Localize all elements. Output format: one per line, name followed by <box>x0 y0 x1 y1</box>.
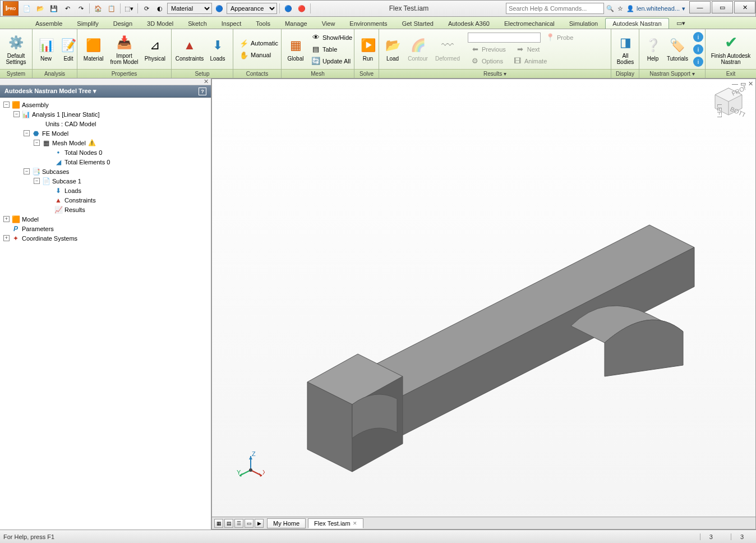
expander-icon[interactable]: − <box>24 130 30 136</box>
expander-icon[interactable]: − <box>24 168 30 174</box>
info1-button[interactable]: i <box>693 32 703 42</box>
team-web-button[interactable]: 📋 <box>105 2 118 15</box>
import-from-model-button[interactable]: 📥Import from Model <box>108 31 140 68</box>
home-button[interactable]: 🏠 <box>92 2 104 15</box>
tab-simplify[interactable]: Simplify <box>70 18 106 29</box>
tree-node-constraints[interactable]: ▲Constraints <box>2 195 209 205</box>
expander-icon[interactable]: − <box>34 140 40 146</box>
material-dropdown[interactable]: Material <box>167 3 212 14</box>
tab-tools[interactable]: Tools <box>248 18 278 29</box>
app-icon[interactable]: IPRO <box>3 1 19 16</box>
tree-node-analysis[interactable]: −📊Analysis 1 [Linear Static] <box>2 109 209 119</box>
tab-environments[interactable]: Environments <box>342 18 394 29</box>
tab-overflow-button[interactable]: ▭▾ <box>669 17 693 29</box>
expander-icon[interactable]: + <box>3 216 10 222</box>
physical-button[interactable]: ⊿Physical <box>142 31 168 68</box>
view-mode-3[interactable]: ☰ <box>234 519 243 528</box>
default-settings-button[interactable]: ⚙️Default Settings <box>3 31 29 68</box>
appearance-dropdown[interactable]: Appearance <box>227 3 277 14</box>
maximize-button[interactable]: ▭ <box>712 1 733 13</box>
mesh-table-button[interactable]: ▤Table <box>308 44 355 55</box>
run-button[interactable]: ▶️Run <box>358 31 378 68</box>
open-file-button[interactable]: 📂 <box>34 2 47 15</box>
loads-button[interactable]: ⬇Loads <box>206 31 229 68</box>
edit-analysis-button[interactable]: 📝Edit <box>58 31 79 68</box>
tree-node-totalelements[interactable]: ◢Total Elements 0 <box>2 157 209 167</box>
search-input[interactable] <box>506 3 604 14</box>
select-button[interactable]: ⬚▾ <box>123 2 135 15</box>
tree-node-loads[interactable]: ⬇Loads <box>2 186 209 195</box>
expander-icon[interactable]: − <box>3 102 10 108</box>
tree-node-assembly[interactable]: −🟧Assembly <box>2 100 209 109</box>
tree-node-subcase1[interactable]: −📄Subcase 1 <box>2 176 209 186</box>
material-button[interactable]: 🟧Material <box>81 31 106 68</box>
tree-node-coordsystems[interactable]: +✦Coordinate Systems <box>2 233 209 243</box>
tree-node-meshmodel[interactable]: −▦Mesh Model⚠️ <box>2 138 209 148</box>
help-big-button[interactable]: ❔Help <box>643 31 663 68</box>
view-mode-2[interactable]: ▤ <box>224 519 233 528</box>
tree-node-subcases[interactable]: −📑Subcases <box>2 167 209 176</box>
tab-simulation[interactable]: Simulation <box>562 18 605 29</box>
refine-appearance-button[interactable]: 🔵 <box>282 2 294 15</box>
tree-close-icon[interactable]: ✕ <box>204 78 209 85</box>
tree-node-units[interactable]: Units : CAD Model <box>2 119 209 128</box>
finish-button[interactable]: ✔Finish Autodesk Nastran <box>709 31 753 68</box>
global-mesh-button[interactable]: ▦Global <box>285 31 306 68</box>
close-tab-icon[interactable]: ✕ <box>353 521 357 526</box>
tab-design[interactable]: Design <box>106 18 140 29</box>
material-picker-icon[interactable]: ◐ <box>154 2 166 15</box>
expander-icon[interactable]: + <box>3 235 10 241</box>
all-bodies-button[interactable]: ◨All Bodies <box>615 31 636 68</box>
tree-help-icon[interactable]: ? <box>199 88 206 95</box>
manual-contacts-button[interactable]: ✋Manual <box>237 49 281 61</box>
expander-icon[interactable]: − <box>34 178 40 184</box>
load-results-button[interactable]: 📂Load <box>382 31 403 68</box>
doc-tab-home[interactable]: My Home <box>267 518 306 528</box>
close-button[interactable]: ✕ <box>734 1 755 13</box>
clear-appearance-button[interactable]: 🔴 <box>296 2 308 15</box>
minimize-button[interactable]: — <box>689 1 711 13</box>
automatic-contacts-button[interactable]: ⚡Automatic <box>237 38 281 49</box>
results-combo[interactable] <box>468 33 541 43</box>
appearance-picker-icon[interactable]: 🔵 <box>213 2 225 15</box>
info2-button[interactable]: i <box>693 44 703 54</box>
new-analysis-button[interactable]: 📊New <box>36 31 56 68</box>
expander-icon[interactable]: − <box>13 111 20 117</box>
viewcube[interactable]: FRONT BOTTOM LEFT <box>712 86 745 117</box>
undo-button[interactable]: ↶ <box>61 2 73 15</box>
tab-inspect[interactable]: Inspect <box>214 18 248 29</box>
tutorials-button[interactable]: 🏷️Tutorials <box>665 31 690 68</box>
doc-tab-current[interactable]: Flex Test.iam✕ <box>308 518 363 528</box>
info3-button[interactable]: i <box>693 57 703 67</box>
refresh-button[interactable]: ⟳ <box>140 2 153 15</box>
new-file-button[interactable]: 📄 <box>21 2 33 15</box>
save-button[interactable]: 💾 <box>48 2 60 15</box>
view-mode-4[interactable]: ▭ <box>245 519 253 528</box>
tree-node-parameters[interactable]: PParameters <box>2 224 209 233</box>
view-mode-1[interactable]: ▦ <box>214 519 223 528</box>
tab-sketch[interactable]: Sketch <box>181 18 214 29</box>
redo-button[interactable]: ↷ <box>75 2 87 15</box>
tab-a360[interactable]: Autodesk A360 <box>441 18 497 29</box>
update-all-mesh-button[interactable]: 🔄Update All <box>308 56 355 67</box>
viewport[interactable]: — ▭ ✕ FRONT BOTTOM LEFT <box>211 79 756 530</box>
tab-electromechanical[interactable]: Electromechanical <box>497 18 562 29</box>
tab-getstarted[interactable]: Get Started <box>395 18 441 29</box>
tree-node-femodel[interactable]: −⬣FE Model <box>2 128 209 138</box>
tab-3dmodel[interactable]: 3D Model <box>140 18 181 29</box>
tree-node-totalnodes[interactable]: ●Total Nodes 0 <box>2 148 209 157</box>
tab-autodesk-nastran[interactable]: Autodesk Nastran <box>605 18 669 29</box>
tab-view[interactable]: View <box>315 18 343 29</box>
favorite-button[interactable]: ☆ <box>617 5 623 12</box>
tab-assemble[interactable]: Assemble <box>28 18 70 29</box>
constraints-button[interactable]: ▲Constraints <box>175 31 204 68</box>
viewport-close-icon[interactable]: ✕ <box>748 80 753 88</box>
view-mode-5[interactable]: ▶ <box>255 519 264 528</box>
tree-node-results[interactable]: 📈Results <box>2 205 209 214</box>
show-hide-mesh-button[interactable]: 👁Show/Hide <box>308 32 355 43</box>
user-menu[interactable]: 👤 len.whitehead...▾ <box>626 5 685 12</box>
search-go-button[interactable]: 🔍 <box>606 5 614 12</box>
tree-node-model[interactable]: +🟧Model <box>2 214 209 224</box>
tab-manage[interactable]: Manage <box>278 18 315 29</box>
tree-title[interactable]: Autodesk Nastran Model Tree ▾? <box>0 85 211 98</box>
